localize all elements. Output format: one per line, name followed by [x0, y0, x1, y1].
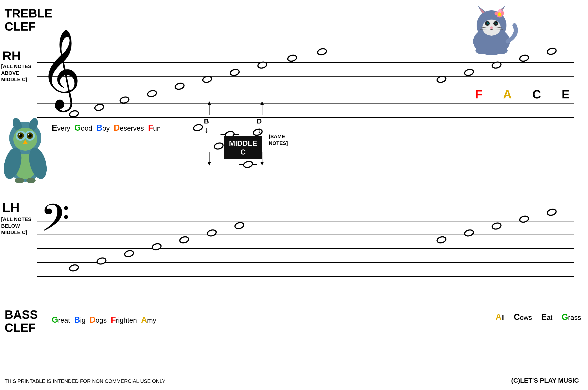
svg-point-32: [496, 47, 508, 54]
treble-note-high-5: [547, 48, 557, 55]
lh-sublabel: [ALL NOTESBELOWMIDDLE C]: [1, 216, 32, 236]
svg-point-31: [475, 47, 487, 54]
owl-illustration: [0, 113, 50, 184]
b-up-arrow: [206, 101, 213, 115]
d-up-arrow: [259, 101, 266, 115]
treble-note-high-1: [436, 76, 446, 83]
d-arrow-label: D ↓: [257, 117, 262, 134]
svg-marker-7: [261, 162, 264, 166]
treble-note-3: [119, 97, 129, 103]
same-notes-label: [SAMENOTES]: [269, 133, 288, 146]
bass-note-right-1: [436, 236, 446, 243]
treble-note-high-3: [492, 62, 502, 69]
svg-point-27: [495, 11, 498, 15]
treble-note-6: [202, 76, 212, 83]
bass-note-5: [179, 236, 189, 243]
svg-point-19: [488, 22, 489, 23]
treble-note-7: [230, 69, 240, 76]
bass-note-7: [234, 222, 244, 229]
treble-note-4: [147, 90, 157, 97]
svg-point-46: [28, 134, 29, 136]
svg-point-38: [13, 128, 37, 151]
treble-note-1: [69, 110, 79, 117]
note-c4-area: [214, 143, 224, 149]
note-D-bass-ledger: [241, 161, 255, 168]
svg-point-30: [498, 12, 501, 16]
svg-point-21: [490, 26, 493, 29]
note-B-below-treble: [193, 124, 203, 131]
svg-marker-5: [208, 162, 211, 166]
bass-note-4: [152, 243, 162, 250]
rh-sublabel: [ALL NOTESABOVEMIDDLE C]: [1, 63, 32, 83]
svg-point-50: [15, 178, 24, 183]
bass-note-right-5: [547, 209, 557, 216]
treble-note-high-2: [464, 69, 474, 76]
lh-label: LH: [2, 200, 20, 215]
bass-note-2: [96, 257, 107, 264]
bass-note-right-2: [464, 230, 474, 236]
face-labels: F A C E: [475, 87, 570, 101]
aceg-labels: All Cows Eat Grass: [496, 312, 581, 322]
bass-note-3: [124, 250, 134, 257]
cat-illustration: [459, 4, 524, 57]
svg-point-45: [19, 134, 20, 136]
treble-note-10: [317, 48, 327, 55]
svg-point-20: [496, 22, 497, 23]
copyright: (C)LET'S PLAY MUSIC: [511, 377, 579, 384]
bass-note-1: [69, 264, 79, 271]
bass-note-6: [207, 230, 217, 236]
svg-marker-1: [208, 101, 211, 105]
treble-clef-label: TREBLECLEF: [4, 7, 52, 33]
treble-note-2: [94, 104, 104, 111]
mnemonic-bass: Great Big Dogs Frighten Amy: [52, 315, 156, 325]
treble-note-8: [257, 62, 267, 69]
svg-point-51: [26, 178, 36, 183]
treble-note-5: [175, 83, 185, 90]
bass-clef-label: BASSCLEF: [4, 308, 38, 334]
rh-label: RH: [2, 48, 21, 63]
bass-note-right-3: [492, 223, 502, 230]
mnemonic-treble: Every Good Boy Deserves Fun: [52, 123, 161, 133]
b-arrow-label: B ↓: [204, 117, 209, 134]
treble-note-9: [287, 55, 297, 62]
svg-marker-3: [261, 101, 264, 105]
disclaimer: THIS PRINTABLE IS INTENDED FOR NON COMME…: [4, 378, 165, 384]
bass-clef-symbol: 𝄢: [40, 200, 70, 246]
b-down-arrow: [206, 152, 213, 166]
treble-clef-symbol: 𝄞: [40, 35, 81, 103]
svg-marker-12: [479, 7, 485, 13]
bass-note-right-4: [519, 216, 529, 223]
middle-c-box: MIDDLEC: [224, 136, 262, 159]
